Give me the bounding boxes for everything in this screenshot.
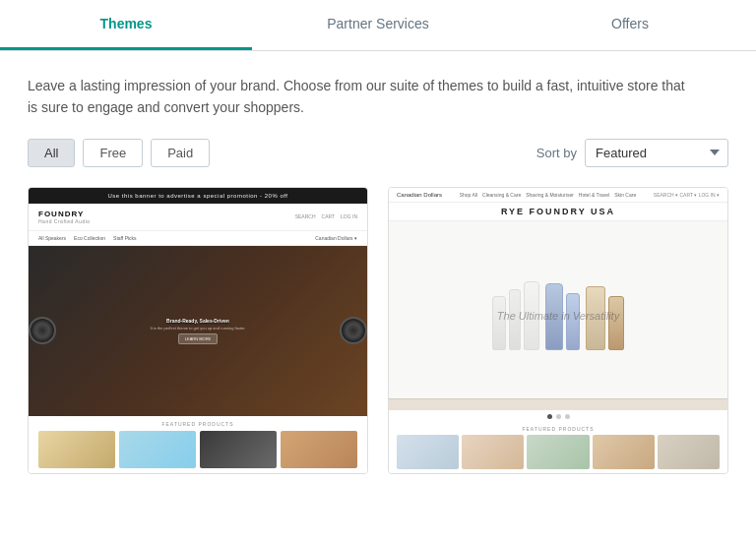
fusa-dot-1 <box>547 414 552 419</box>
content-area: Leave a lasting impression of your brand… <box>0 51 756 494</box>
fusa-shelf <box>389 398 727 410</box>
speaker-headline: Brand-Ready, Sales-Driven <box>166 318 229 324</box>
theme-card-foundry-usa[interactable]: Canadian Dollars Shop All Cleansing & Ca… <box>388 187 728 474</box>
fusa-top-nav: Canadian Dollars Shop All Cleansing & Ca… <box>389 188 727 203</box>
foundry-nav-cart: CART <box>322 213 336 219</box>
fusa-search: SEARCH ▾ CART ▾ LOG IN ▾ <box>654 192 720 198</box>
fusa-nav-links: Shop All Cleansing & Care Shaving & Mois… <box>460 192 637 198</box>
foundry-sub-nav: All Speakers Eco Collection Staff Picks … <box>29 231 367 246</box>
foundry-product-2 <box>119 431 196 468</box>
foundry-nav-search: SEARCH <box>295 213 316 219</box>
fusa-dot-3 <box>565 414 570 419</box>
foundry-subnav-collection: Eco Collection <box>74 235 105 241</box>
fusa-products-row <box>397 435 720 469</box>
fusa-product-4 <box>593 435 655 469</box>
fusa-brand-name: RYE FOUNDRY USA <box>501 207 615 216</box>
foundry-featured-section: FEATURED PRODUCTS <box>29 416 367 473</box>
foundry-brand-name: FOUNDRY <box>38 210 91 218</box>
speaker-cone-right <box>340 317 367 344</box>
fusa-nav-hotel: Hotel & Travel <box>579 192 609 198</box>
fusa-featured-title: FEATURED PRODUCTS <box>397 426 720 432</box>
foundry-nav-login: LOG IN <box>341 213 357 219</box>
theme-card-foundry[interactable]: Use this banner to advertise a special p… <box>28 187 368 474</box>
fusa-bottles-group-3 <box>586 286 624 350</box>
fusa-bottle-b2 <box>566 293 580 350</box>
sort-select[interactable]: Featured Newest Price: Low to High Price… <box>585 139 728 167</box>
fusa-product-1 <box>397 435 459 469</box>
fusa-bottle-b1 <box>545 283 563 350</box>
page-wrapper: Themes Partner Services Offers Leave a l… <box>0 0 756 543</box>
fusa-nav-skincare: Skin Care <box>614 192 636 198</box>
speaker-cta: LEARN MORE <box>178 333 218 344</box>
fusa-featured-section: FEATURED PRODUCTS <box>389 423 727 473</box>
sort-label: Sort by <box>536 146 577 160</box>
fusa-bottle-c1 <box>586 286 605 350</box>
filter-buttons: All Free Paid <box>28 139 210 167</box>
foundry-nav: FOUNDRY Hand Crafted Audio SEARCH CART L… <box>29 204 367 231</box>
filter-all-button[interactable]: All <box>28 139 75 167</box>
foundry-product-3 <box>200 431 277 468</box>
description-text: Leave a lasting impression of your brand… <box>28 75 697 119</box>
foundry-brand-sub: Hand Crafted Audio <box>38 218 91 224</box>
foundry-subnav-canada: Canadian Dollars ▾ <box>315 235 357 241</box>
filter-paid-button[interactable]: Paid <box>151 139 210 167</box>
fusa-product-5 <box>658 435 720 469</box>
fusa-product-2 <box>462 435 524 469</box>
foundry-top-bar: Use this banner to advertise a special p… <box>29 188 367 204</box>
filter-free-button[interactable]: Free <box>83 139 143 167</box>
foundry-featured-title: FEATURED PRODUCTS <box>38 421 357 427</box>
tab-partner-services[interactable]: Partner Services <box>252 0 504 50</box>
fusa-logo: Canadian Dollars <box>397 192 442 198</box>
fusa-nav-cleansing: Cleansing & Care <box>482 192 521 198</box>
foundry-product-1 <box>38 431 115 468</box>
sort-area: Sort by Featured Newest Price: Low to Hi… <box>536 139 728 167</box>
fusa-bottles-group-1 <box>492 281 539 350</box>
fusa-bottles-display <box>482 272 634 360</box>
fusa-bottle-a3 <box>524 281 539 350</box>
themes-grid: Use this banner to advertise a special p… <box>28 187 728 474</box>
tab-offers[interactable]: Offers <box>504 0 756 50</box>
fusa-nav-shop: Shop All <box>460 192 477 198</box>
foundry-hero: Brand-Ready, Sales-Driven It is the perf… <box>29 246 367 416</box>
fusa-bottle-a2 <box>509 289 521 350</box>
speaker-cone-left <box>29 317 56 344</box>
foundry-announcement: Use this banner to advertise a special p… <box>108 193 288 199</box>
fusa-bottles-group-2 <box>545 283 580 350</box>
fusa-dots <box>389 410 727 423</box>
foundry-logo: FOUNDRY Hand Crafted Audio <box>38 210 91 224</box>
fusa-bottle-c2 <box>608 296 624 350</box>
speaker-subtext: It is the perfect theme to get you up an… <box>151 326 246 331</box>
foundry-products-row <box>38 431 357 468</box>
tab-themes[interactable]: Themes <box>0 0 252 50</box>
tabs-bar: Themes Partner Services Offers <box>0 0 756 51</box>
fusa-nav-shaving: Shaving & Moisturiser <box>526 192 574 198</box>
fusa-product-3 <box>527 435 589 469</box>
fusa-bottle-a1 <box>492 296 506 350</box>
fusa-hero: The Ultimate in Versatility <box>389 221 727 410</box>
theme-preview-foundry: Use this banner to advertise a special p… <box>29 188 367 473</box>
fusa-brand-row: RYE FOUNDRY USA <box>389 203 727 221</box>
theme-preview-foundry-usa: Canadian Dollars Shop All Cleansing & Ca… <box>389 188 727 473</box>
foundry-nav-links: SEARCH CART LOG IN <box>295 213 357 219</box>
foundry-subnav-picks: Staff Picks <box>113 235 137 241</box>
speaker-middle: Brand-Ready, Sales-Driven It is the perf… <box>56 318 340 344</box>
foundry-product-4 <box>281 431 357 468</box>
fusa-dot-2 <box>556 414 561 419</box>
foundry-subnav-speakers: All Speakers <box>38 235 66 241</box>
filter-sort-row: All Free Paid Sort by Featured Newest Pr… <box>28 139 728 167</box>
